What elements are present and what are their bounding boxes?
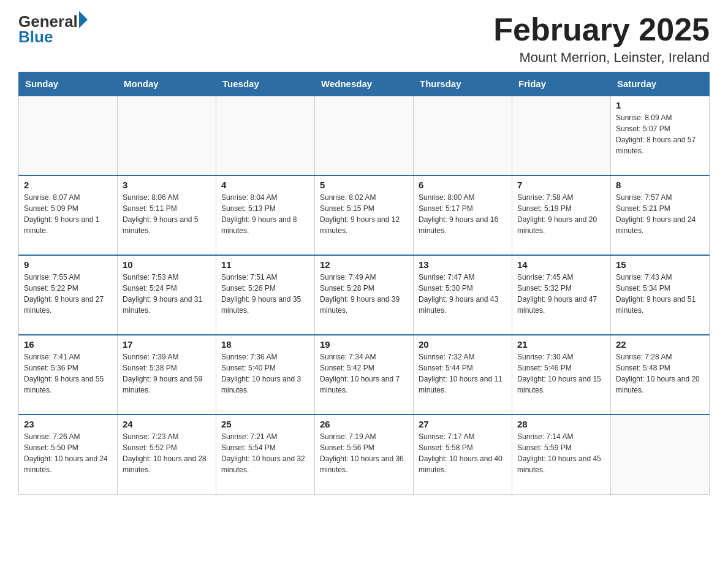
day-number: 23 [24, 419, 112, 429]
logo-triangle-icon [79, 11, 88, 28]
day-info: Sunrise: 7:39 AM Sunset: 5:38 PM Dayligh… [123, 351, 211, 396]
day-info: Sunrise: 7:36 AM Sunset: 5:40 PM Dayligh… [221, 351, 309, 396]
calendar-cell [512, 96, 611, 175]
day-info: Sunrise: 8:04 AM Sunset: 5:13 PM Dayligh… [221, 192, 309, 236]
calendar-cell: 10Sunrise: 7:53 AM Sunset: 5:24 PM Dayli… [118, 255, 216, 335]
calendar-cell: 17Sunrise: 7:39 AM Sunset: 5:38 PM Dayli… [118, 335, 216, 415]
day-info: Sunrise: 7:51 AM Sunset: 5:26 PM Dayligh… [221, 272, 309, 316]
calendar-cell: 12Sunrise: 7:49 AM Sunset: 5:28 PM Dayli… [315, 255, 414, 335]
calendar-cell: 1Sunrise: 8:09 AM Sunset: 5:07 PM Daylig… [611, 96, 710, 175]
day-info: Sunrise: 7:30 AM Sunset: 5:46 PM Dayligh… [517, 351, 605, 396]
calendar-cell: 16Sunrise: 7:41 AM Sunset: 5:36 PM Dayli… [19, 335, 118, 415]
day-of-week-header: Wednesday [315, 72, 414, 96]
day-of-week-header: Tuesday [216, 72, 315, 96]
day-info: Sunrise: 7:45 AM Sunset: 5:32 PM Dayligh… [517, 272, 605, 316]
day-number: 17 [123, 339, 211, 350]
calendar-cell: 15Sunrise: 7:43 AM Sunset: 5:34 PM Dayli… [611, 255, 710, 335]
day-number: 2 [24, 180, 112, 190]
calendar-cell [315, 96, 414, 175]
day-number: 20 [419, 339, 507, 350]
day-number: 3 [123, 180, 211, 190]
day-info: Sunrise: 8:06 AM Sunset: 5:11 PM Dayligh… [123, 192, 211, 236]
calendar-cell: 21Sunrise: 7:30 AM Sunset: 5:46 PM Dayli… [512, 335, 611, 415]
day-info: Sunrise: 7:14 AM Sunset: 5:59 PM Dayligh… [517, 431, 605, 475]
location-title: Mount Merrion, Leinster, Ireland [493, 50, 710, 66]
day-info: Sunrise: 7:28 AM Sunset: 5:48 PM Dayligh… [616, 351, 704, 396]
day-number: 12 [320, 259, 408, 270]
day-number: 19 [320, 339, 408, 350]
day-number: 13 [419, 259, 507, 270]
day-of-week-header: Thursday [414, 72, 512, 96]
day-info: Sunrise: 7:49 AM Sunset: 5:28 PM Dayligh… [320, 272, 408, 316]
calendar-cell [216, 96, 315, 175]
calendar-cell: 24Sunrise: 7:23 AM Sunset: 5:52 PM Dayli… [118, 415, 216, 494]
day-info: Sunrise: 7:23 AM Sunset: 5:52 PM Dayligh… [123, 431, 211, 475]
calendar-cell: 25Sunrise: 7:21 AM Sunset: 5:54 PM Dayli… [216, 415, 315, 494]
calendar-cell: 19Sunrise: 7:34 AM Sunset: 5:42 PM Dayli… [315, 335, 414, 415]
calendar-cell: 4Sunrise: 8:04 AM Sunset: 5:13 PM Daylig… [216, 175, 315, 255]
day-number: 25 [221, 419, 309, 429]
day-number: 27 [419, 419, 507, 429]
day-number: 7 [517, 180, 605, 190]
day-number: 6 [419, 180, 507, 190]
day-info: Sunrise: 7:32 AM Sunset: 5:44 PM Dayligh… [419, 351, 507, 396]
calendar-cell: 11Sunrise: 7:51 AM Sunset: 5:26 PM Dayli… [216, 255, 315, 335]
day-number: 16 [24, 339, 112, 350]
day-info: Sunrise: 8:00 AM Sunset: 5:17 PM Dayligh… [419, 192, 507, 236]
logo: General Blue [18, 12, 88, 47]
day-number: 26 [320, 419, 408, 429]
day-info: Sunrise: 7:53 AM Sunset: 5:24 PM Dayligh… [123, 272, 211, 316]
day-number: 4 [221, 180, 309, 190]
month-title: February 2025 [493, 12, 710, 47]
calendar-cell: 28Sunrise: 7:14 AM Sunset: 5:59 PM Dayli… [512, 415, 611, 494]
calendar-cell: 13Sunrise: 7:47 AM Sunset: 5:30 PM Dayli… [414, 255, 512, 335]
day-info: Sunrise: 7:58 AM Sunset: 5:19 PM Dayligh… [517, 192, 605, 236]
calendar-cell [118, 96, 216, 175]
day-info: Sunrise: 7:47 AM Sunset: 5:30 PM Dayligh… [419, 272, 507, 316]
calendar-header-row: SundayMondayTuesdayWednesdayThursdayFrid… [19, 72, 710, 96]
calendar-cell: 14Sunrise: 7:45 AM Sunset: 5:32 PM Dayli… [512, 255, 611, 335]
calendar-cell: 5Sunrise: 8:02 AM Sunset: 5:15 PM Daylig… [315, 175, 414, 255]
logo-blue-text: Blue [18, 28, 88, 47]
calendar-week-row: 23Sunrise: 7:26 AM Sunset: 5:50 PM Dayli… [19, 415, 710, 494]
day-info: Sunrise: 8:09 AM Sunset: 5:07 PM Dayligh… [616, 112, 704, 156]
calendar-cell: 3Sunrise: 8:06 AM Sunset: 5:11 PM Daylig… [118, 175, 216, 255]
calendar-week-row: 16Sunrise: 7:41 AM Sunset: 5:36 PM Dayli… [19, 335, 710, 415]
calendar-cell: 26Sunrise: 7:19 AM Sunset: 5:56 PM Dayli… [315, 415, 414, 494]
day-number: 21 [517, 339, 605, 350]
day-info: Sunrise: 7:26 AM Sunset: 5:50 PM Dayligh… [24, 431, 112, 475]
calendar-cell: 27Sunrise: 7:17 AM Sunset: 5:58 PM Dayli… [414, 415, 512, 494]
calendar-week-row: 1Sunrise: 8:09 AM Sunset: 5:07 PM Daylig… [19, 96, 710, 175]
calendar-week-row: 2Sunrise: 8:07 AM Sunset: 5:09 PM Daylig… [19, 175, 710, 255]
calendar-table: SundayMondayTuesdayWednesdayThursdayFrid… [18, 72, 710, 495]
title-section: February 2025 Mount Merrion, Leinster, I… [493, 12, 710, 66]
calendar-cell [414, 96, 512, 175]
day-info: Sunrise: 7:34 AM Sunset: 5:42 PM Dayligh… [320, 351, 408, 396]
day-number: 9 [24, 259, 112, 270]
calendar-cell: 9Sunrise: 7:55 AM Sunset: 5:22 PM Daylig… [19, 255, 118, 335]
calendar-week-row: 9Sunrise: 7:55 AM Sunset: 5:22 PM Daylig… [19, 255, 710, 335]
day-of-week-header: Sunday [19, 72, 118, 96]
day-info: Sunrise: 8:02 AM Sunset: 5:15 PM Dayligh… [320, 192, 408, 236]
calendar-cell: 22Sunrise: 7:28 AM Sunset: 5:48 PM Dayli… [611, 335, 710, 415]
calendar-cell: 8Sunrise: 7:57 AM Sunset: 5:21 PM Daylig… [611, 175, 710, 255]
calendar-cell [611, 415, 710, 494]
day-info: Sunrise: 8:07 AM Sunset: 5:09 PM Dayligh… [24, 192, 112, 236]
calendar-cell: 7Sunrise: 7:58 AM Sunset: 5:19 PM Daylig… [512, 175, 611, 255]
day-number: 15 [616, 259, 704, 270]
day-of-week-header: Saturday [611, 72, 710, 96]
day-info: Sunrise: 7:17 AM Sunset: 5:58 PM Dayligh… [419, 431, 507, 475]
day-number: 10 [123, 259, 211, 270]
day-number: 18 [221, 339, 309, 350]
calendar-cell: 18Sunrise: 7:36 AM Sunset: 5:40 PM Dayli… [216, 335, 315, 415]
day-number: 8 [616, 180, 704, 190]
day-of-week-header: Friday [512, 72, 611, 96]
day-info: Sunrise: 7:43 AM Sunset: 5:34 PM Dayligh… [616, 272, 704, 316]
calendar-cell: 20Sunrise: 7:32 AM Sunset: 5:44 PM Dayli… [414, 335, 512, 415]
day-number: 22 [616, 339, 704, 350]
day-info: Sunrise: 7:21 AM Sunset: 5:54 PM Dayligh… [221, 431, 309, 475]
calendar-cell: 6Sunrise: 8:00 AM Sunset: 5:17 PM Daylig… [414, 175, 512, 255]
day-of-week-header: Monday [118, 72, 216, 96]
page-header: General Blue February 2025 Mount Merrion… [18, 12, 710, 66]
day-number: 1 [616, 100, 704, 110]
